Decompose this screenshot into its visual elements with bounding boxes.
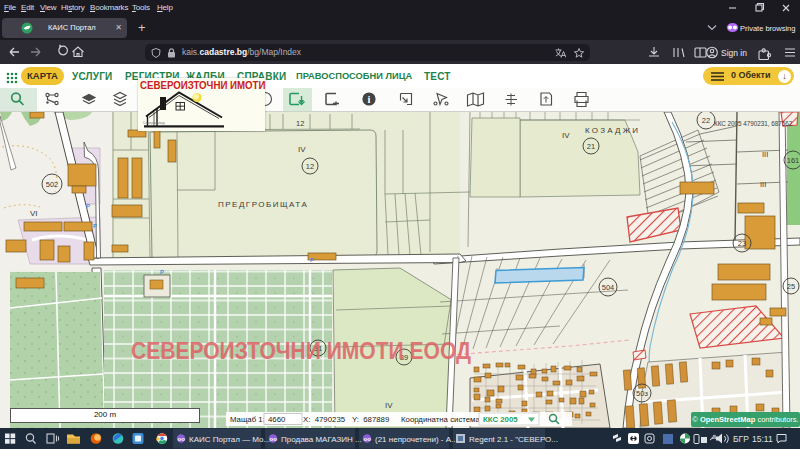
svg-text:Мащаб 1:: Мащаб 1: [230,415,265,424]
svg-text:III: III [762,150,768,159]
svg-text:Y: 687889: Y: 687889 [352,415,389,424]
svg-text:12: 12 [296,119,304,128]
svg-text:Продава МАГАЗИН ...: Продава МАГАЗИН ... [281,435,362,444]
svg-text:25: 25 [787,282,795,291]
svg-text:VI: VI [30,209,38,218]
svg-text:(21 непрочетени) - А...: (21 непрочетени) - А... [375,435,458,444]
svg-text:502: 502 [46,180,59,189]
svg-text:IV: IV [385,401,393,410]
svg-text:21: 21 [587,142,595,151]
svg-text:12: 12 [306,162,314,171]
svg-text:oo: oo [364,436,372,442]
svg-text:Sign in: Sign in [721,48,747,58]
svg-text:oo: oo [270,436,278,442]
svg-text:КАИС Портал — Мо...: КАИС Портал — Мо... [189,435,270,444]
svg-text:СЕВЕРОИЗТОЧНИ ИМОТИ ЕООД: СЕВЕРОИЗТОЧНИ ИМОТИ ЕООД [131,338,471,364]
svg-text:ККС 2005 4790231, 687562: ККС 2005 4790231, 687562 [714,120,793,127]
svg-text:504: 504 [602,283,615,292]
svg-text:Regent 2.1 - "СЕВЕРО...: Regent 2.1 - "СЕВЕРО... [469,435,558,444]
svg-text:23: 23 [738,239,746,248]
svg-text:oo: oo [178,436,186,442]
svg-text:X: 4790235: X: 4790235 [303,415,346,424]
svg-text:IV: IV [298,145,306,154]
svg-text:15:11: 15:11 [752,434,773,444]
svg-text:ПРЕДГРОБИЩАТА: ПРЕДГРОБИЩАТА [218,200,308,209]
svg-text:P: P [93,223,97,229]
svg-text:50з: 50з [636,389,648,398]
svg-text:КОЗАДЖИ: КОЗАДЖИ [585,126,640,135]
svg-text:161: 161 [787,156,800,165]
svg-text:P: P [310,257,314,263]
svg-text:i: i [368,94,371,105]
svg-text:P: P [160,269,164,275]
svg-text:22: 22 [702,116,710,125]
svg-text:ККС 2005: ККС 2005 [483,415,518,424]
svg-text:Координатна система:: Координатна система: [401,415,482,424]
svg-text:P: P [86,203,90,209]
svg-text:БГР: БГР [733,434,749,444]
svg-text:IV: IV [562,131,570,140]
svg-text:III: III [760,180,766,189]
svg-text:Северозапад: Северозапад [143,121,165,125]
svg-text:4660: 4660 [268,415,286,424]
